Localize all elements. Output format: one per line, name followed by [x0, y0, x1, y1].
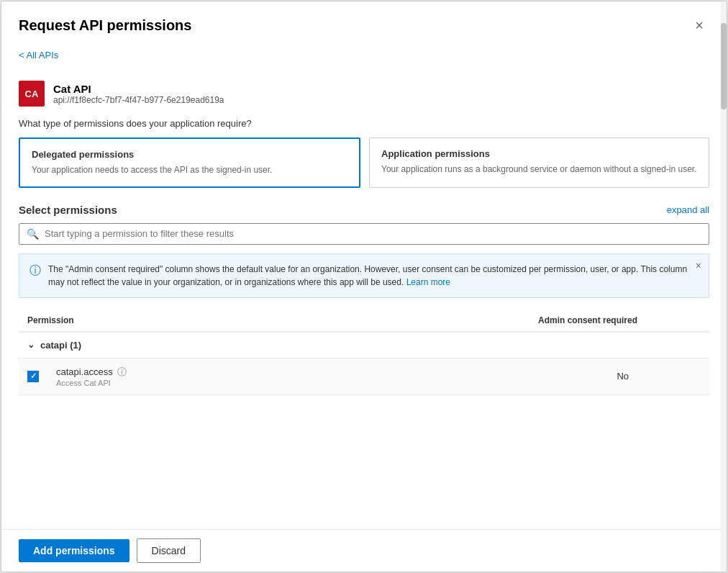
permission-info-icon[interactable]: ⓘ: [117, 366, 127, 379]
col-admin-consent-header: Admin consent required: [528, 315, 672, 325]
application-desc: Your application runs as a background se…: [381, 163, 697, 176]
group-chevron-icon: ⌄: [27, 340, 35, 350]
info-icon: ⓘ: [29, 263, 41, 279]
application-permissions-card[interactable]: Application permissions Your application…: [369, 137, 709, 188]
search-icon: 🔍: [27, 228, 39, 240]
permission-type-cards: Delegated permissions Your application n…: [19, 137, 709, 188]
scrollbar-thumb[interactable]: [721, 23, 727, 109]
select-permissions-header: Select permissions expand all: [19, 204, 709, 216]
application-title: Application permissions: [381, 148, 697, 159]
dialog-footer: Add permissions Discard: [1, 529, 727, 572]
admin-consent-value: No: [528, 371, 672, 382]
permission-name: catapi.access ⓘ: [56, 366, 528, 379]
add-permissions-button[interactable]: Add permissions: [19, 539, 129, 562]
api-details: Cat API api://f1f8ecfc-7bf7-4f47-b977-6e…: [53, 83, 224, 105]
delegated-desc: Your application needs to access the API…: [32, 164, 347, 176]
search-input[interactable]: [45, 228, 701, 239]
expand-all-button[interactable]: expand all: [667, 204, 709, 215]
api-name: Cat API: [53, 83, 224, 95]
discard-button[interactable]: Discard: [137, 538, 201, 563]
delegated-title: Delegated permissions: [32, 149, 347, 160]
dialog-header: Request API permissions ×: [1, 1, 727, 45]
permission-checkbox-catapi-access[interactable]: [27, 371, 39, 382]
select-permissions-title: Select permissions: [19, 204, 117, 216]
request-api-permissions-dialog: Request API permissions × < All APIs CA …: [1, 1, 727, 572]
dialog-title: Request API permissions: [19, 17, 191, 34]
info-banner-text: The "Admin consent required" column show…: [48, 263, 699, 289]
api-url: api://f1f8ecfc-7bf7-4f47-b977-6e219ead61…: [53, 95, 224, 105]
col-permission-header: Permission: [27, 315, 528, 325]
close-button[interactable]: ×: [689, 14, 709, 37]
learn-more-link[interactable]: Learn more: [406, 277, 450, 287]
group-name: catapi (1): [40, 340, 81, 351]
permissions-type-question: What type of permissions does your appli…: [19, 118, 709, 129]
scrollbar-track: [721, 1, 727, 572]
info-banner: ⓘ The "Admin consent required" column sh…: [19, 253, 709, 298]
table-row: catapi.access ⓘ Access Cat API No: [19, 358, 709, 395]
dialog-body: < All APIs CA Cat API api://f1f8ecfc-7bf…: [1, 45, 727, 529]
permission-name-cell: catapi.access ⓘ Access Cat API: [56, 366, 528, 387]
permission-description: Access Cat API: [56, 379, 528, 387]
permission-group-catapi[interactable]: ⌄ catapi (1): [19, 332, 709, 358]
api-avatar: CA: [19, 81, 45, 107]
permission-search-box: 🔍: [19, 223, 709, 245]
info-banner-close-button[interactable]: ×: [696, 260, 701, 271]
permissions-table-header: Permission Admin consent required: [19, 310, 709, 332]
api-info: CA Cat API api://f1f8ecfc-7bf7-4f47-b977…: [19, 81, 709, 107]
back-to-all-apis-link[interactable]: < All APIs: [19, 50, 58, 60]
delegated-permissions-card[interactable]: Delegated permissions Your application n…: [19, 137, 360, 188]
